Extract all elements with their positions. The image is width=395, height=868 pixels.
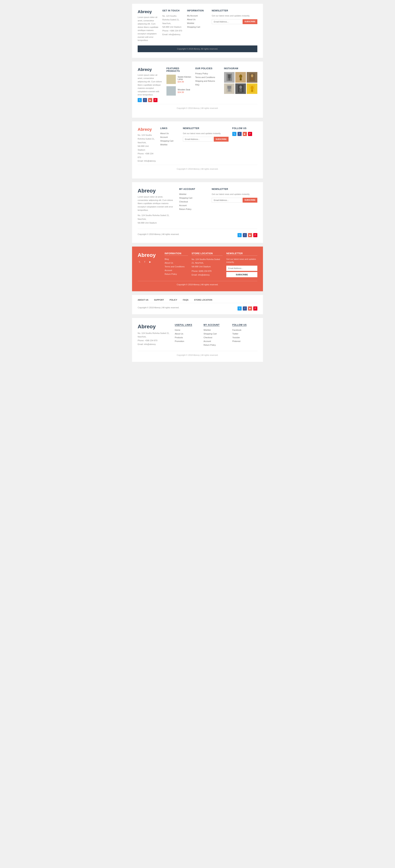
- footer2-link-faq[interactable]: FAQ: [195, 84, 199, 86]
- footer7-link-facebook[interactable]: Facebook: [232, 329, 241, 331]
- footer7-link-aboutus[interactable]: About Us: [175, 333, 183, 335]
- footer4-brand-col: Abreoy Lorem ipsum dolor sit amet, conse…: [138, 188, 173, 225]
- footer2-brand-col: Abreoy Lorem ipsum dolor sit amet, conse…: [138, 67, 163, 102]
- footer1-link-cart[interactable]: Shopping Cart: [187, 26, 200, 28]
- footer3-facebook-icon[interactable]: f: [237, 132, 242, 136]
- footer6-nav-policy[interactable]: POLICY: [170, 299, 177, 301]
- footer7-link-products[interactable]: Products: [175, 336, 183, 339]
- footer1-copyright: Copyright © 2018 Abreoy. All rights rese…: [138, 45, 257, 52]
- footer3-links-list: About Us Account Shopping Cart Wishlist: [160, 132, 179, 146]
- footer2-link-privacy[interactable]: Privacy Policy: [195, 72, 208, 75]
- footer2-insta-5[interactable]: [235, 84, 246, 94]
- footer2-youtube-icon[interactable]: ▶: [148, 98, 152, 102]
- footer2-facebook-icon[interactable]: f: [143, 98, 147, 102]
- footer1-link-wishlist[interactable]: Wishlist: [187, 22, 194, 24]
- footer6-nav-support[interactable]: SUPPORT: [154, 299, 164, 301]
- footer4-twitter-icon[interactable]: 𝕏: [237, 233, 242, 237]
- footer6-nav-aboutus[interactable]: ABOUT US: [138, 299, 148, 301]
- footer5-link-terms[interactable]: Terms and Conditions: [165, 266, 185, 268]
- footer7-link-promotion[interactable]: Promotion: [175, 340, 184, 342]
- footer4-link-checkout[interactable]: Checkout: [179, 200, 188, 203]
- footer3-pinterest-icon[interactable]: P: [248, 132, 252, 136]
- footer7-link-cart[interactable]: Shopping Cart: [203, 333, 217, 335]
- footer4-newsletter-heading: NEWSLETTER: [212, 188, 257, 190]
- footer6-twitter-icon[interactable]: 𝕏: [237, 306, 242, 311]
- footer5-subscribe-btn[interactable]: SUBSCRIBE: [226, 272, 257, 277]
- footer3-youtube-icon[interactable]: ▶: [243, 132, 247, 136]
- footer4-link-return[interactable]: Return Policy: [179, 208, 191, 210]
- footer3-twitter-icon[interactable]: 𝕏: [232, 132, 236, 136]
- footer2-insta-4[interactable]: [224, 84, 235, 94]
- footer2-insta-6[interactable]: [247, 84, 257, 94]
- footer7-social-links: Facebook Twitter Youtube Pinterest: [232, 329, 257, 343]
- footer7-link-home[interactable]: Home: [175, 329, 180, 331]
- footer4-subscribe-btn[interactable]: SUBSCRIBE: [242, 198, 257, 203]
- svg-rect-2: [228, 78, 230, 81]
- footer4-link-cart[interactable]: Shopping Cart: [179, 197, 192, 199]
- footer1-email-input[interactable]: [212, 19, 242, 24]
- footer2-product-2: Wooden Seat $34.99: [166, 86, 192, 96]
- footer6-nav-faqs[interactable]: FAQS: [183, 299, 189, 301]
- footer6-facebook-icon[interactable]: f: [243, 306, 247, 311]
- footer2-insta-1[interactable]: [224, 72, 235, 83]
- footer7-useful-heading: USEFUL LINKS: [175, 323, 200, 326]
- footer4-facebook-icon[interactable]: f: [243, 233, 247, 237]
- footer6-nav-store[interactable]: STORE LOCATION: [194, 299, 212, 301]
- footer1-newsletter-col: NEWSLETTER Get our latest news and updat…: [212, 9, 257, 43]
- footer4-email-input[interactable]: [212, 198, 242, 203]
- footer2-pinterest-icon[interactable]: P: [153, 98, 158, 102]
- footer5-link-account[interactable]: Account: [165, 269, 172, 272]
- footer4-brand: Abreoy: [138, 188, 173, 194]
- footer5-youtube-icon[interactable]: ▶: [148, 260, 152, 264]
- footer7-account-col: MY ACCOUNT Wishlist Shopping Cart Checko…: [203, 323, 229, 347]
- footer7-link-wishlist[interactable]: Wishlist: [203, 329, 210, 331]
- footer4-pinterest-icon[interactable]: P: [253, 233, 257, 237]
- footer1-info-col: INFORMATION My Account About Us Wishlist…: [187, 9, 208, 43]
- footer6-nav: ABOUT US SUPPORT POLICY FAQS STORE LOCAT…: [138, 299, 257, 301]
- footer5-link-aboutus[interactable]: About Us: [165, 262, 173, 264]
- footer3-link-wishlist[interactable]: Wishlist: [160, 144, 167, 146]
- footer4-link-wishlist[interactable]: Wishlist: [179, 193, 186, 195]
- footer5-email-input[interactable]: [226, 266, 257, 271]
- footer3-newsletter-heading: NEWSLETTER: [183, 127, 229, 130]
- footer3-link-cart[interactable]: Shopping Cart: [160, 140, 173, 142]
- footer2-insta-3[interactable]: [247, 72, 257, 83]
- footer2-product-price-1: $34.99: [178, 81, 192, 83]
- footer4-youtube-icon[interactable]: ▶: [248, 233, 252, 237]
- footer7-link-account[interactable]: Account: [203, 340, 211, 342]
- footer5-link-blog[interactable]: Blog: [165, 258, 169, 260]
- footer7-useful-links: Home About Us Products Promotion: [175, 329, 200, 343]
- footer1-contact-col: GET IN TOUCH No. 124 Souths Rohnha Suite…: [162, 9, 183, 43]
- footer3-link-account[interactable]: Account: [160, 136, 168, 138]
- footer4-newsletter-form: SUBSCRIBE: [212, 198, 257, 203]
- footer2-link-terms[interactable]: Terms and Conditions: [195, 76, 215, 79]
- footer6-pinterest-icon[interactable]: P: [253, 306, 257, 311]
- footer3-email-input[interactable]: [183, 137, 213, 142]
- footer5-twitter-icon[interactable]: 𝕏: [138, 260, 141, 264]
- footer3-link-aboutus[interactable]: About Us: [160, 132, 169, 134]
- footer2-twitter-icon[interactable]: 𝕏: [138, 98, 142, 102]
- footer2-product-thumb-2: [166, 86, 176, 96]
- footer7-link-twitter[interactable]: Twitter: [232, 333, 238, 335]
- footer5-copyright: Copyright © 2018 Abreoy | All rights res…: [138, 281, 257, 286]
- footer3-followus-col: FOLLOW US 𝕏 f ▶ P: [232, 127, 257, 163]
- footer1-subscribe-btn[interactable]: SUBSCRIBE: [242, 19, 257, 24]
- footer5-brand: Abreoy: [138, 252, 161, 258]
- footer7-link-return[interactable]: Return Policy: [203, 344, 216, 346]
- footer2-insta-2[interactable]: [235, 72, 246, 83]
- footer3-subscribe-btn[interactable]: SUBSCRIBE: [214, 137, 229, 142]
- footer6-youtube-icon[interactable]: ▶: [248, 306, 252, 311]
- footer7-link-checkout[interactable]: Checkout: [203, 336, 212, 339]
- footer4-link-account[interactable]: Account: [179, 204, 187, 207]
- footer5-facebook-icon[interactable]: f: [143, 260, 146, 264]
- footer3-newsletter-form: SUBSCRIBE: [183, 137, 229, 142]
- footer7-link-youtube[interactable]: Youtube: [232, 336, 240, 339]
- footer1-link-myaccount[interactable]: My Account: [187, 14, 198, 17]
- footer-7: Abreoy No. 124 Souths Rohnha Suited 21, …: [132, 318, 263, 362]
- footer1-link-aboutus[interactable]: About Us: [187, 18, 195, 21]
- footer2-link-shipping[interactable]: Shipping and Returns: [195, 80, 215, 82]
- footer7-link-pinterest[interactable]: Pinterest: [232, 340, 240, 342]
- footer5-link-return[interactable]: Return Policy: [165, 273, 177, 275]
- footer6-bottom: Copyright © 2018 Abreoy | All rights res…: [138, 303, 257, 311]
- footer2-product-price-2: $34.99: [178, 91, 190, 93]
